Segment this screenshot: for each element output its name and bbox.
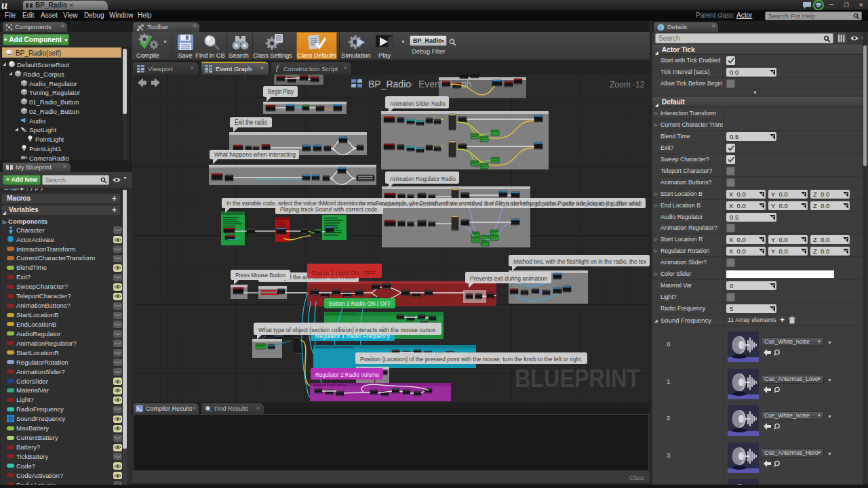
svg-text:Zoom -12: Zoom -12 xyxy=(610,80,645,89)
svg-text:Begin Play: Begin Play xyxy=(268,88,294,96)
svg-text:Press Mouse Button: Press Mouse Button xyxy=(235,272,285,279)
svg-text:u: u xyxy=(1,0,7,10)
svg-text:Regulator 2 Radio Volume: Regulator 2 Radio Volume xyxy=(315,371,379,378)
svg-text:What type of object (section c: What type of object (section collision) … xyxy=(258,326,437,333)
svg-text:the Dartadwindow recorthe d th: the Dartadwindow recorthe d thor Plays a… xyxy=(357,201,642,207)
svg-text:Button 1 Light ON / OFF: Button 1 Light ON / OFF xyxy=(312,269,376,277)
svg-text:›: › xyxy=(410,80,413,88)
svg-text:i: i xyxy=(660,25,661,31)
svg-text:BP_Radio: BP_Radio xyxy=(368,79,411,89)
svg-text:Button 2 Radio ON / OFF: Button 2 Radio ON / OFF xyxy=(329,300,391,307)
svg-text:Position (Location) of the pre: Position (Location) of the pressed point… xyxy=(360,355,583,363)
svg-text:Prevents exit during animation: Prevents exit during animation xyxy=(470,275,547,282)
svg-text:Playing track Sound with corre: Playing track Sound with correct code. xyxy=(280,206,379,213)
svg-text:What happens when interacting: What happens when interacting xyxy=(214,151,296,158)
svg-text:Method two, with the flashligh: Method two, with the flashlight on in th… xyxy=(513,258,646,265)
svg-text:Animation Slider Radio: Animation Slider Radio xyxy=(390,100,446,107)
svg-text:Regulator 1 radio frequency: Regulator 1 radio frequency xyxy=(316,346,354,349)
svg-text:Button 2 Radio on off: Button 2 Radio on off xyxy=(327,312,356,316)
svg-text:Exit the radio: Exit the radio xyxy=(235,119,267,126)
svg-text:Regulator 2 radio volume: Regulator 2 radio volume xyxy=(313,384,347,387)
svg-text:Animation Regulator Radio: Animation Regulator Radio xyxy=(390,176,456,182)
svg-text:BLUEPRINT: BLUEPRINT xyxy=(515,365,640,392)
